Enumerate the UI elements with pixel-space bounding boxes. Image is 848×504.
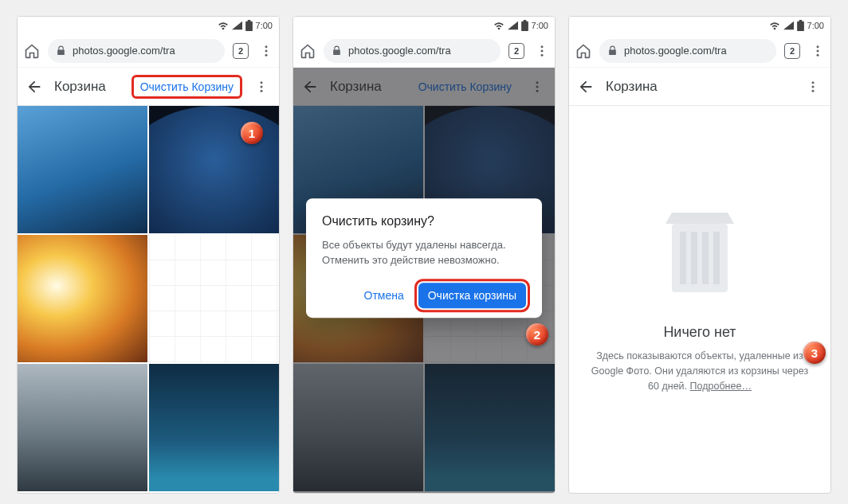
- dialog-title: Очистить корзину?: [322, 214, 526, 229]
- phone-step-2: 7:00 photos.google.com/tra 2 Корзина Очи…: [292, 16, 556, 494]
- url-text: photos.google.com/tra: [73, 45, 175, 57]
- status-time: 7:00: [256, 21, 273, 30]
- overflow-menu-icon[interactable]: [532, 44, 552, 58]
- empty-description: Здесь показываются объекты, удаленные из…: [585, 349, 815, 393]
- tabs-button[interactable]: 2: [233, 43, 249, 59]
- photo-thumb[interactable]: [18, 235, 147, 362]
- svg-rect-19: [680, 232, 686, 284]
- phone-step-1: 7:00 photos.google.com/tra 2 Корзина Очи…: [17, 16, 280, 494]
- svg-point-0: [265, 45, 268, 48]
- page-title: Корзина: [54, 79, 122, 95]
- url-text: photos.google.com/tra: [624, 45, 727, 57]
- browser-toolbar: photos.google.com/tra 2: [293, 34, 555, 68]
- wifi-icon: [493, 21, 504, 30]
- status-bar: 7:00: [569, 17, 830, 34]
- url-bar[interactable]: photos.google.com/tra: [324, 39, 501, 63]
- svg-rect-20: [691, 232, 697, 284]
- url-bar[interactable]: photos.google.com/tra: [599, 39, 776, 63]
- signal-icon: [508, 21, 518, 30]
- page-overflow-icon[interactable]: [803, 80, 822, 94]
- dialog-body: Все объекты будут удалены навсегда. Отме…: [322, 238, 526, 268]
- lock-icon: [607, 45, 618, 56]
- dialog-actions: Отмена Очистка корзины: [322, 283, 526, 308]
- overflow-menu-icon[interactable]: [257, 44, 276, 58]
- svg-point-3: [261, 81, 263, 84]
- battery-icon: [521, 20, 528, 31]
- page-header: Корзина: [569, 68, 830, 106]
- confirm-clear-button[interactable]: Очистка корзины: [418, 283, 526, 308]
- wifi-icon: [769, 21, 780, 30]
- svg-point-13: [817, 49, 819, 52]
- url-text: photos.google.com/tra: [348, 45, 451, 57]
- svg-point-17: [812, 89, 815, 92]
- status-time: 7:00: [807, 21, 824, 30]
- tabs-button[interactable]: 2: [508, 43, 524, 59]
- home-icon[interactable]: [21, 40, 43, 62]
- svg-point-4: [261, 85, 263, 88]
- photo-thumb[interactable]: [149, 364, 279, 491]
- svg-point-1: [265, 49, 268, 52]
- signal-icon: [783, 21, 794, 30]
- photo-thumb[interactable]: [18, 106, 147, 233]
- page-header: Корзина Очистить Корзину: [18, 68, 279, 106]
- back-icon[interactable]: [26, 78, 45, 96]
- empty-state: Ничего нет Здесь показываются объекты, у…: [569, 106, 830, 493]
- svg-rect-22: [713, 232, 720, 284]
- phone-step-3: 7:00 photos.google.com/tra 2 Корзина: [568, 16, 831, 494]
- svg-point-7: [541, 49, 544, 52]
- step-badge-2: 2: [526, 323, 548, 346]
- step-badge-3: 3: [803, 342, 826, 364]
- svg-point-8: [541, 53, 544, 56]
- home-icon[interactable]: [572, 40, 595, 62]
- svg-point-12: [817, 45, 819, 48]
- learn-more-link[interactable]: Подробнее…: [690, 381, 752, 392]
- back-icon[interactable]: [577, 78, 596, 96]
- confirm-dialog: Очистить корзину? Все объекты будут удал…: [306, 198, 542, 318]
- svg-point-5: [261, 89, 263, 92]
- lock-icon: [332, 45, 342, 56]
- clear-trash-button[interactable]: Очистить Корзину: [132, 75, 242, 99]
- browser-toolbar: photos.google.com/tra 2: [18, 34, 279, 68]
- step-badge-1: 1: [241, 122, 263, 144]
- status-bar: 7:00: [293, 17, 555, 34]
- page-title: Корзина: [606, 79, 794, 95]
- svg-point-16: [812, 85, 815, 88]
- photo-thumb[interactable]: [18, 364, 147, 491]
- home-icon[interactable]: [296, 40, 319, 62]
- svg-point-6: [541, 45, 544, 48]
- browser-toolbar: photos.google.com/tra 2: [569, 34, 830, 68]
- battery-icon: [245, 20, 253, 31]
- cancel-button[interactable]: Отмена: [356, 283, 412, 308]
- signal-icon: [232, 21, 242, 30]
- svg-point-2: [265, 53, 268, 56]
- svg-point-14: [817, 53, 819, 56]
- overflow-menu-icon[interactable]: [808, 44, 827, 58]
- status-bar: 7:00: [18, 17, 279, 34]
- wifi-icon: [218, 21, 229, 30]
- status-time: 7:00: [532, 21, 548, 30]
- battery-icon: [797, 20, 804, 31]
- page-overflow-icon[interactable]: [252, 80, 271, 94]
- lock-icon: [56, 45, 66, 56]
- photo-grid: [18, 106, 279, 493]
- trash-illustration-icon: [656, 205, 744, 300]
- tabs-button[interactable]: 2: [784, 43, 800, 59]
- svg-point-15: [812, 81, 815, 84]
- svg-rect-21: [702, 232, 709, 284]
- photo-thumb[interactable]: [149, 235, 279, 362]
- url-bar[interactable]: photos.google.com/tra: [48, 39, 225, 63]
- empty-title: Ничего нет: [663, 324, 736, 341]
